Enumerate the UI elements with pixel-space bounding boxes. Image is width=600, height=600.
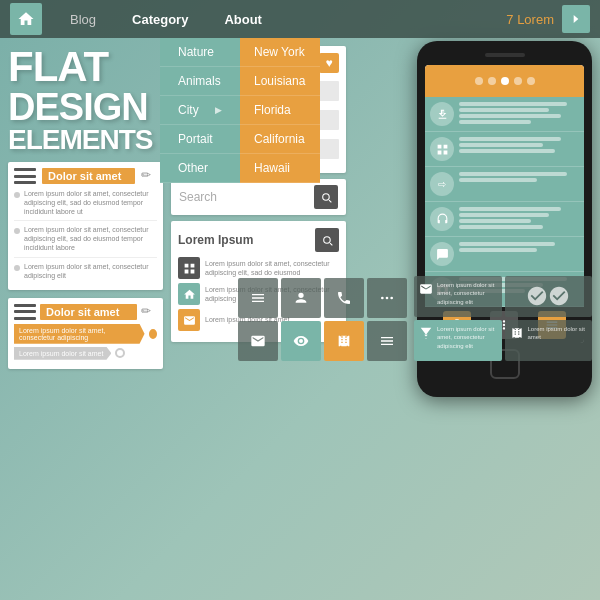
nav-lorem-count: 7 Lorem <box>506 12 554 27</box>
trending-icon <box>430 172 454 196</box>
grid-cell-eye[interactable] <box>281 321 321 361</box>
left-card2: Dolor sit amet ✏ Lorem ipsum dolor sit a… <box>8 298 163 369</box>
phone-text5 <box>459 242 579 254</box>
edit-icon[interactable]: ✏ <box>141 168 157 184</box>
flat-line1: FLAT <box>8 46 163 88</box>
flat-title: FLAT DESIGN ELEMENTS <box>8 46 163 154</box>
search-label: Search <box>179 190 217 204</box>
phone-row2 <box>425 132 584 167</box>
edit-icon2[interactable]: ✏ <box>141 304 157 320</box>
home-icon2 <box>178 283 200 305</box>
phone-dot5 <box>527 77 535 85</box>
search-bar: Search <box>171 179 346 215</box>
card1-header: Dolor sit amet ✏ <box>14 168 157 184</box>
svg-point-1 <box>386 296 389 299</box>
phone-dot2 <box>488 77 496 85</box>
nav-category[interactable]: Category <box>114 12 206 27</box>
dropdown-newyork[interactable]: New York <box>240 38 320 67</box>
phone-row1 <box>425 97 584 132</box>
left-card1: Dolor sit amet ✏ Lorem ipsum dolor sit a… <box>8 162 163 290</box>
card1-title: Dolor sit amet <box>42 168 135 184</box>
lorem-title2: Lorem Ipsum <box>178 233 253 247</box>
card1-dot3 <box>14 265 20 271</box>
search-button2[interactable] <box>315 228 339 252</box>
lorem2-row1: Lorem ipsum dolor sit amet, consectetur … <box>178 257 339 279</box>
dropdown-hawaii[interactable]: Hawaii <box>240 154 320 183</box>
flat-line2: DESIGN <box>8 88 163 126</box>
card1-text3: Lorem ipsum dolor sit amet, consectetur … <box>24 262 157 280</box>
card1-item1: Lorem ipsum dolor sit amet, consectetur … <box>14 189 157 216</box>
dropdown-col1: Nature Animals City Portait Other <box>160 38 240 183</box>
svg-point-0 <box>381 296 384 299</box>
card2-header: Dolor sit amet ✏ <box>14 304 157 320</box>
br-cell3: Lorem ipsum dolor sit amet, consectetur … <box>414 320 502 361</box>
phone-text3 <box>459 172 579 184</box>
bottom-icon-grid <box>238 278 407 361</box>
svg-point-2 <box>390 296 393 299</box>
phone-row5 <box>425 237 584 272</box>
phone-text1 <box>459 102 579 126</box>
dropdown-animals[interactable]: Animals <box>160 67 240 96</box>
nav-about[interactable]: About <box>206 12 280 27</box>
mail-icon <box>178 309 200 331</box>
card1-text2: Lorem ipsum dolor sit amet, consectetur … <box>24 225 157 252</box>
home-button[interactable] <box>10 3 42 35</box>
card1-text1: Lorem ipsum dolor sit amet, consectetur … <box>24 189 157 216</box>
dropdown-louisiana[interactable]: Louisiana <box>240 67 320 96</box>
phone-dot4 <box>514 77 522 85</box>
arrow-tag2: Lorem ipsum dolor sit amet <box>14 347 111 360</box>
phone-text2 <box>459 137 579 155</box>
heart-icon[interactable]: ♥ <box>319 53 339 73</box>
dropdown-other[interactable]: Other <box>160 154 240 183</box>
card1-divider1 <box>14 220 157 221</box>
grid-cell-lines[interactable] <box>238 278 278 318</box>
nav-blog[interactable]: Blog <box>52 12 114 27</box>
card1-dot2 <box>14 228 20 234</box>
dropdown-portait[interactable]: Portait <box>160 125 240 154</box>
headphone-icon <box>430 207 454 231</box>
search-button[interactable] <box>314 185 338 209</box>
br-cell1: Lorem ipsum dolor sit amet, consectetur … <box>414 276 502 317</box>
nav-arrow-button[interactable] <box>562 5 590 33</box>
grid-cell-lines2[interactable] <box>367 321 407 361</box>
grid-cell-film[interactable] <box>324 321 364 361</box>
dropdown-col2: New York Louisiana Florida California Ha… <box>240 38 320 183</box>
br-text4: Lorem ipsum dolor sit amet <box>528 325 588 342</box>
arrow-dot1 <box>149 329 157 339</box>
br-text1: Lorem ipsum dolor sit amet, consectetur … <box>437 281 497 306</box>
lorem2-header: Lorem Ipsum <box>178 228 339 252</box>
phone-row3 <box>425 167 584 202</box>
phone-dot3 <box>501 77 509 85</box>
phone-speaker <box>485 53 525 57</box>
phone-dot1 <box>475 77 483 85</box>
grid-cell-phone[interactable] <box>324 278 364 318</box>
phone-text4 <box>459 207 579 231</box>
arrow-item2: Lorem ipsum dolor sit amet <box>14 347 157 360</box>
nav-bar: Blog Category About 7 Lorem <box>0 0 600 38</box>
phone-screen-top <box>425 65 584 97</box>
left-panel: FLAT DESIGN ELEMENTS Dolor sit amet ✏ Lo… <box>8 46 163 369</box>
dropdown-florida[interactable]: Florida <box>240 96 320 125</box>
phone-row4 <box>425 202 584 237</box>
card1-item3: Lorem ipsum dolor sit amet, consectetur … <box>14 262 157 280</box>
dropdown-city[interactable]: City <box>160 96 240 125</box>
chat-icon <box>430 242 454 266</box>
br-cell4: Lorem ipsum dolor sit amet <box>505 320 593 361</box>
arrow-tag1: Lorem ipsum dolor sit amet, consectetur … <box>14 324 145 344</box>
lorem2-text1: Lorem ipsum dolor sit amet, consectetur … <box>205 259 339 277</box>
nav-right: 7 Lorem <box>506 5 590 33</box>
br-cell2 <box>505 276 593 317</box>
hamburger-icon2 <box>14 304 36 320</box>
grid-cell-dots[interactable] <box>367 278 407 318</box>
grid-icon2 <box>430 137 454 161</box>
dropdown-nature[interactable]: Nature <box>160 38 240 67</box>
dropdown-california[interactable]: California <box>240 125 320 154</box>
arrow-item1: Lorem ipsum dolor sit amet, consectetur … <box>14 324 157 344</box>
grid-cell-person[interactable] <box>281 278 321 318</box>
right-panel: Lorem ipsum dolor sit amet, consectetur … <box>354 46 592 369</box>
br-text3: Lorem ipsum dolor sit amet, consectetur … <box>437 325 497 350</box>
download-icon <box>430 102 454 126</box>
grid-cell-mail[interactable] <box>238 321 278 361</box>
hamburger-icon <box>14 168 36 184</box>
dropdown-menu: Nature Animals City Portait Other New Yo… <box>160 38 320 183</box>
